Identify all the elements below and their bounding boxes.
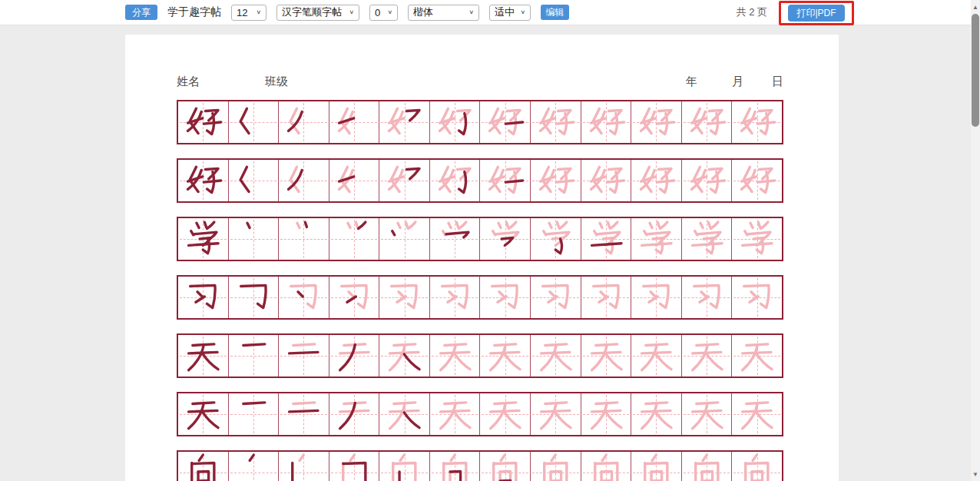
edit-button[interactable]: 编辑	[541, 5, 569, 20]
character-glyph	[582, 102, 631, 142]
character-glyph	[280, 394, 328, 434]
page-count: 共 2 页	[737, 5, 767, 19]
share-button[interactable]: 分享	[125, 5, 157, 20]
annotation-rectangle: 打印|PDF	[779, 1, 854, 25]
stroke-step-cell	[279, 160, 329, 201]
trace-character-cell	[531, 335, 581, 377]
stroke-step-cell	[279, 218, 329, 260]
character-glyph	[431, 277, 479, 317]
character-glyph	[380, 161, 429, 201]
character-glyph	[582, 336, 631, 376]
stroke-step-cell	[480, 160, 531, 201]
font-select[interactable]: 楷体 ∨	[408, 5, 479, 21]
character-glyph	[330, 336, 379, 376]
model-character-cell	[178, 160, 229, 201]
trace-character-cell	[631, 335, 682, 377]
model-character-cell	[178, 277, 229, 318]
print-pdf-button[interactable]: 打印|PDF	[788, 5, 845, 22]
character-row	[177, 450, 783, 481]
year-label: 年	[686, 75, 697, 89]
character-glyph	[733, 394, 781, 434]
character-glyph	[733, 219, 781, 259]
scroll-up-icon[interactable]: ▲	[971, 2, 980, 12]
practice-grid	[177, 100, 783, 481]
trace-character-cell	[682, 160, 733, 201]
character-glyph	[632, 161, 680, 201]
character-row	[177, 333, 783, 378]
trace-character-cell	[581, 452, 632, 481]
character-glyph	[280, 102, 328, 142]
trace-character-cell	[581, 101, 632, 143]
trace-character-cell	[581, 277, 632, 318]
character-glyph	[632, 102, 680, 142]
character-glyph	[531, 161, 580, 201]
stroke-step-cell	[480, 218, 531, 260]
character-glyph	[280, 161, 328, 201]
stroke-step-cell	[229, 393, 280, 435]
trace-character-cell	[682, 452, 733, 481]
trace-character-cell	[379, 277, 430, 318]
character-row	[177, 392, 783, 436]
template-type-select[interactable]: 汉字笔顺字帖 ∨	[276, 5, 359, 21]
character-glyph	[531, 219, 580, 259]
trace-character-cell	[682, 101, 733, 143]
trace-character-cell	[732, 218, 782, 260]
character-glyph	[280, 453, 328, 481]
character-glyph	[481, 219, 529, 259]
character-glyph	[582, 277, 631, 317]
character-glyph	[380, 219, 429, 259]
trace-character-cell	[480, 277, 531, 318]
stroke-step-cell	[430, 452, 481, 481]
chevron-down-icon: ∨	[387, 9, 392, 15]
character-row	[177, 217, 783, 261]
stroke-step-cell	[329, 277, 380, 318]
scrollbar-thumb[interactable]	[972, 14, 979, 127]
trace-character-cell	[480, 335, 531, 377]
stroke-step-cell	[279, 335, 329, 377]
character-glyph	[632, 219, 680, 259]
font-size-value: 12	[237, 7, 247, 18]
stroke-step-cell	[279, 101, 329, 143]
character-glyph	[632, 277, 680, 317]
character-glyph	[733, 336, 781, 376]
stroke-step-cell	[379, 452, 430, 481]
stroke-step-cell	[329, 101, 380, 143]
character-glyph	[531, 453, 580, 481]
character-glyph	[683, 277, 731, 317]
font-value: 楷体	[413, 5, 433, 19]
character-glyph	[380, 394, 429, 434]
character-glyph	[582, 453, 631, 481]
offset-select[interactable]: 0 ∨	[369, 5, 398, 21]
character-glyph	[330, 453, 379, 481]
scroll-down-icon[interactable]: ▼	[971, 469, 980, 479]
trace-character-cell	[732, 393, 782, 435]
trace-character-cell	[682, 335, 733, 377]
character-glyph	[280, 336, 328, 376]
template-type-value: 汉字笔顺字帖	[282, 5, 342, 19]
stroke-step-cell	[329, 160, 380, 201]
trace-character-cell	[682, 393, 733, 435]
stroke-step-cell	[329, 452, 380, 481]
character-glyph	[230, 102, 278, 142]
character-glyph	[683, 161, 731, 201]
character-glyph	[431, 336, 479, 376]
font-size-select[interactable]: 12 ∨	[231, 5, 267, 21]
character-row	[177, 158, 783, 203]
trace-character-cell	[631, 277, 682, 318]
character-glyph	[179, 453, 227, 481]
stroke-step-cell	[430, 101, 481, 143]
trace-character-cell	[732, 101, 782, 143]
character-glyph	[230, 394, 278, 434]
trace-character-cell	[631, 218, 682, 260]
stroke-step-cell	[279, 277, 329, 318]
stroke-step-cell	[229, 218, 280, 260]
character-glyph	[683, 219, 731, 259]
trace-character-cell	[631, 393, 682, 435]
character-glyph	[481, 453, 529, 481]
stroke-step-cell	[229, 277, 280, 318]
trace-character-cell	[732, 452, 782, 481]
chevron-down-icon: ∨	[256, 9, 261, 15]
vertical-scrollbar[interactable]: ▲ ▼	[971, 0, 980, 481]
day-label: 日	[772, 75, 783, 89]
density-select[interactable]: 适中 ∨	[489, 5, 531, 21]
